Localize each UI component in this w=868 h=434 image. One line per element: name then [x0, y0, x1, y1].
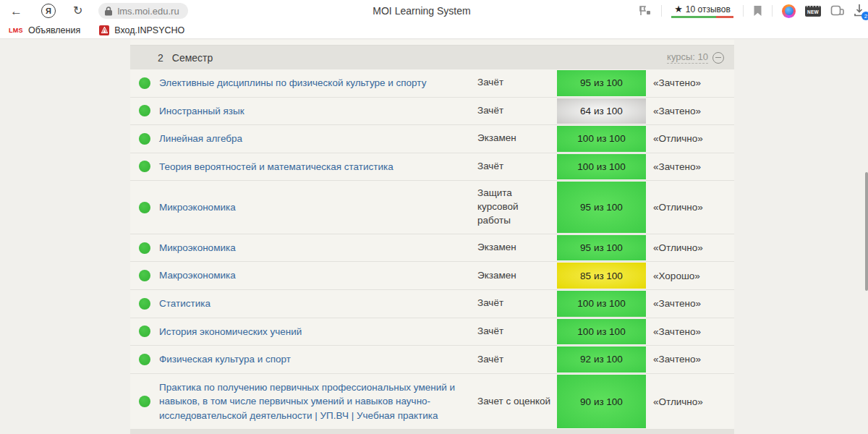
protect-panel-icon[interactable]	[639, 5, 652, 17]
status-dot-cell	[130, 161, 159, 172]
reviews-button[interactable]: ★ 10 отзывов	[671, 4, 733, 18]
course-name-cell: Макроэкономика	[159, 262, 477, 289]
score-box: 95 из 100	[557, 182, 646, 233]
course-row: Физическая культура и спорт Зачёт 92 из …	[130, 346, 734, 374]
downloads-button[interactable]: 2	[854, 4, 867, 18]
semester-title: Семестр	[172, 52, 213, 64]
downloads-badge: 2	[861, 12, 868, 20]
status-dot-cell	[130, 396, 159, 407]
score-cell: 100 из 100	[557, 318, 646, 346]
course-link[interactable]: Иностранный язык	[159, 106, 244, 116]
semester-3-header: 3 Семестр курсы: 10	[130, 430, 734, 434]
control-type: Зачёт	[477, 154, 557, 179]
status-dot-icon	[139, 202, 150, 213]
inpsycho-favicon	[99, 25, 109, 35]
score-cell: 90 из 100	[557, 374, 646, 430]
separator	[743, 5, 744, 17]
score-box: 100 из 100	[557, 154, 646, 180]
status-dot-icon	[139, 161, 150, 172]
lock-icon	[104, 7, 113, 16]
grade-text: «Зачтено»	[646, 77, 734, 88]
grade-text: «Зачтено»	[646, 298, 734, 309]
address-bar[interactable]: lms.moi.edu.ru	[98, 3, 187, 19]
collapse-icon[interactable]	[712, 52, 724, 64]
score-box: 85 из 100	[557, 263, 646, 289]
semester-number: 2	[158, 52, 163, 64]
score-cell: 95 из 100	[557, 69, 646, 97]
grade-text: «Отлично»	[646, 202, 734, 213]
back-button[interactable]: ←	[10, 5, 22, 17]
separator	[661, 5, 662, 17]
scrollbar-thumb[interactable]	[865, 172, 868, 291]
course-link[interactable]: Линейная алгебра	[159, 133, 242, 144]
course-link[interactable]: Микроэкономика	[159, 202, 236, 213]
course-row: Иностранный язык Зачёт 64 из 100 «Зачтен…	[130, 98, 734, 126]
control-type: Зачёт	[477, 98, 557, 124]
yandex-browser-icon[interactable]: Я	[41, 4, 56, 18]
course-name-cell: Физическая культура и спорт	[159, 346, 477, 373]
page-title: MOI Learning System	[373, 5, 470, 17]
status-dot-icon	[139, 105, 150, 116]
course-name-cell: Микроэкономика	[159, 194, 477, 221]
score-box: 100 из 100	[557, 126, 646, 152]
bookmark-announcements[interactable]: LMS Объявления	[9, 25, 80, 35]
status-dot-icon	[139, 298, 150, 310]
course-name-cell: Элективные дисциплины по физической куль…	[159, 69, 477, 97]
score-box: 64 из 100	[557, 98, 646, 124]
course-row: Практика по получению первичных професси…	[130, 374, 734, 430]
previous-row-sliver	[130, 40, 734, 46]
score-cell: 95 из 100	[557, 181, 646, 234]
status-dot-icon	[139, 242, 150, 254]
control-type: Зачёт	[477, 347, 557, 373]
grade-text: «Отлично»	[646, 133, 734, 144]
course-name-cell: Теория вероятностей и математическая ста…	[159, 153, 477, 181]
control-type: Зачет с оценкой	[477, 389, 557, 414]
star-icon: ★	[674, 4, 683, 14]
score-box: 100 из 100	[557, 291, 646, 317]
semester-2-header: 2 Семестр курсы: 10	[130, 46, 734, 69]
course-name-cell: Статистика	[159, 290, 477, 318]
course-name-cell: Микроэкономика	[159, 234, 477, 262]
tab-groups-icon[interactable]	[830, 5, 844, 17]
score-box: 95 из 100	[557, 70, 646, 96]
status-dot-cell	[130, 77, 159, 89]
course-link[interactable]: Практика по получению первичных професси…	[159, 382, 455, 421]
course-link[interactable]: Теория вероятностей и математическая ста…	[159, 161, 393, 172]
course-link[interactable]: Макроэкономика	[159, 270, 236, 281]
score-cell: 100 из 100	[557, 125, 646, 153]
courses-count-link[interactable]: курсы: 10	[667, 51, 708, 64]
reviews-label: 10 отзывов	[686, 4, 731, 14]
bookmark-icon[interactable]	[753, 5, 762, 17]
score-cell: 95 из 100	[557, 234, 646, 262]
course-row: Элективные дисциплины по физической куль…	[130, 69, 734, 98]
score-cell: 100 из 100	[557, 153, 646, 181]
refresh-button[interactable]: ↻	[73, 5, 82, 17]
status-dot-icon	[139, 396, 150, 407]
status-dot-icon	[139, 326, 150, 337]
status-dot-cell	[130, 242, 159, 254]
bookmark-inpsycho[interactable]: Вход.INPSYCHO	[99, 25, 184, 35]
course-link[interactable]: Микроэкономика	[159, 242, 236, 253]
status-dot-cell	[130, 202, 159, 213]
course-name-cell: История экономических учений	[159, 318, 477, 346]
score-box: 92 из 100	[557, 346, 646, 373]
extension-new-icon[interactable]: NEW	[805, 6, 821, 17]
grade-text: «Хорошо»	[646, 271, 734, 281]
url-text: lms.moi.edu.ru	[117, 6, 179, 17]
course-row: Микроэкономика Защита курсовой работы 95…	[130, 181, 734, 234]
browser-toolbar: ← Я ↻ lms.moi.edu.ru MOI Learning System…	[0, 0, 868, 22]
status-dot-cell	[130, 133, 159, 145]
course-link[interactable]: Элективные дисциплины по физической куль…	[159, 77, 426, 88]
course-link[interactable]: Статистика	[159, 298, 210, 309]
score-cell: 92 из 100	[557, 346, 646, 373]
grade-text: «Зачтено»	[646, 326, 734, 337]
course-link[interactable]: Физическая культура и спорт	[159, 354, 291, 365]
course-link[interactable]: История экономических учений	[159, 326, 302, 337]
control-type: Экзамен	[477, 263, 557, 289]
status-dot-cell	[130, 354, 159, 365]
course-table-body: Элективные дисциплины по физической куль…	[130, 69, 734, 430]
extension-color-circle-icon[interactable]	[782, 4, 796, 18]
grade-text: «Зачтено»	[646, 161, 734, 172]
status-dot-cell	[130, 270, 159, 281]
status-dot-icon	[139, 77, 150, 89]
